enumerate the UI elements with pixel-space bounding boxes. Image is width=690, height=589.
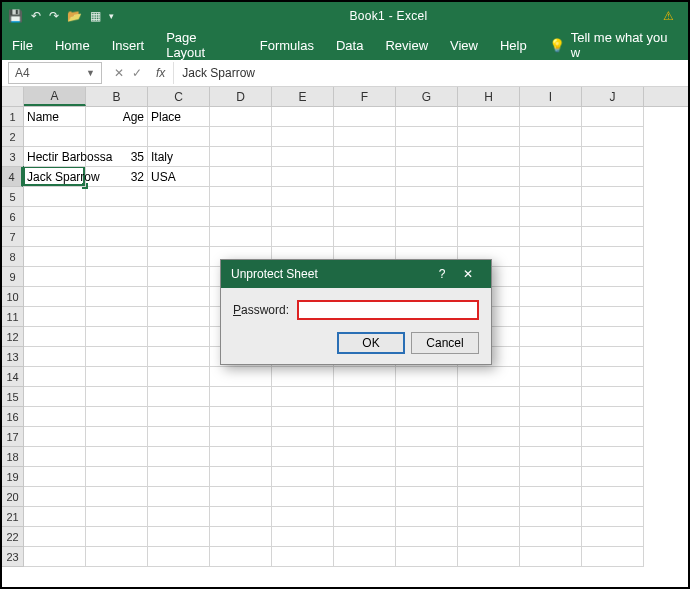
row-header[interactable]: 23 <box>2 547 23 567</box>
tab-data[interactable]: Data <box>336 38 363 53</box>
cell[interactable] <box>148 467 210 487</box>
cell[interactable] <box>210 407 272 427</box>
row-header[interactable]: 14 <box>2 367 23 387</box>
cell[interactable] <box>148 327 210 347</box>
cell[interactable] <box>396 167 458 187</box>
cell[interactable] <box>272 167 334 187</box>
cell[interactable] <box>272 487 334 507</box>
cell[interactable] <box>210 367 272 387</box>
column-header-H[interactable]: H <box>458 87 520 106</box>
row-header[interactable]: 16 <box>2 407 23 427</box>
cell[interactable] <box>458 467 520 487</box>
fx-icon[interactable]: fx <box>148 66 173 80</box>
tab-view[interactable]: View <box>450 38 478 53</box>
cell[interactable] <box>86 207 148 227</box>
cell[interactable] <box>520 367 582 387</box>
cell[interactable] <box>396 107 458 127</box>
cell[interactable] <box>24 347 86 367</box>
column-header-G[interactable]: G <box>396 87 458 106</box>
cell[interactable] <box>334 507 396 527</box>
cell[interactable] <box>334 127 396 147</box>
cell[interactable] <box>86 307 148 327</box>
cell[interactable] <box>334 187 396 207</box>
cell[interactable] <box>272 547 334 567</box>
cell[interactable] <box>520 507 582 527</box>
cell[interactable] <box>210 207 272 227</box>
cell[interactable] <box>86 527 148 547</box>
tab-help[interactable]: Help <box>500 38 527 53</box>
row-header[interactable]: 13 <box>2 347 23 367</box>
cell[interactable] <box>396 427 458 447</box>
cell[interactable] <box>86 467 148 487</box>
cell[interactable] <box>396 387 458 407</box>
grid-icon[interactable]: ▦ <box>90 9 101 23</box>
cell[interactable] <box>210 447 272 467</box>
row-header[interactable]: 4 <box>2 167 23 187</box>
ok-button[interactable]: OK <box>337 332 405 354</box>
cell[interactable] <box>210 127 272 147</box>
cell[interactable] <box>520 127 582 147</box>
cell[interactable] <box>148 507 210 527</box>
cell[interactable] <box>24 367 86 387</box>
cell[interactable] <box>24 127 86 147</box>
row-header[interactable]: 21 <box>2 507 23 527</box>
cell[interactable] <box>86 227 148 247</box>
cell[interactable] <box>86 387 148 407</box>
row-header[interactable]: 7 <box>2 227 23 247</box>
cell[interactable] <box>520 207 582 227</box>
cell[interactable] <box>210 547 272 567</box>
cell[interactable] <box>24 227 86 247</box>
cell[interactable] <box>458 507 520 527</box>
cell[interactable] <box>24 247 86 267</box>
cell[interactable] <box>334 147 396 167</box>
cell[interactable] <box>396 487 458 507</box>
cell[interactable] <box>272 107 334 127</box>
cell[interactable] <box>520 407 582 427</box>
tab-home[interactable]: Home <box>55 38 90 53</box>
tab-file[interactable]: File <box>12 38 33 53</box>
cell[interactable] <box>24 407 86 427</box>
name-box[interactable]: A4 ▼ <box>8 62 102 84</box>
cell[interactable] <box>334 367 396 387</box>
cell[interactable] <box>582 407 644 427</box>
cell[interactable] <box>86 327 148 347</box>
cell[interactable] <box>582 167 644 187</box>
password-input[interactable] <box>297 300 479 320</box>
cell[interactable] <box>520 527 582 547</box>
cell[interactable] <box>148 527 210 547</box>
cell[interactable] <box>520 327 582 347</box>
cell[interactable] <box>148 367 210 387</box>
cell[interactable] <box>582 367 644 387</box>
cell[interactable] <box>24 207 86 227</box>
redo-icon[interactable]: ↷ <box>49 9 59 23</box>
cell[interactable] <box>458 207 520 227</box>
row-header[interactable]: 3 <box>2 147 23 167</box>
cell[interactable] <box>582 527 644 547</box>
cell[interactable] <box>458 407 520 427</box>
cell[interactable] <box>582 507 644 527</box>
formula-input[interactable]: Jack Sparrow <box>173 62 688 84</box>
cell[interactable] <box>520 227 582 247</box>
cell[interactable] <box>334 487 396 507</box>
row-header[interactable]: 10 <box>2 287 23 307</box>
cell[interactable] <box>458 527 520 547</box>
cell[interactable] <box>582 467 644 487</box>
cell[interactable] <box>458 387 520 407</box>
cell[interactable] <box>148 247 210 267</box>
cell[interactable] <box>86 487 148 507</box>
cell[interactable] <box>458 547 520 567</box>
open-icon[interactable]: 📂 <box>67 9 82 23</box>
cell[interactable] <box>396 147 458 167</box>
cell[interactable] <box>210 527 272 547</box>
cell[interactable] <box>396 507 458 527</box>
cell[interactable] <box>582 227 644 247</box>
cell[interactable] <box>86 407 148 427</box>
column-header-C[interactable]: C <box>148 87 210 106</box>
cell[interactable]: Name <box>24 107 86 127</box>
cell[interactable]: USA <box>148 167 210 187</box>
row-header[interactable]: 1 <box>2 107 23 127</box>
cell[interactable] <box>520 467 582 487</box>
cell[interactable] <box>24 467 86 487</box>
column-header-A[interactable]: A <box>24 87 86 106</box>
cell[interactable] <box>148 227 210 247</box>
